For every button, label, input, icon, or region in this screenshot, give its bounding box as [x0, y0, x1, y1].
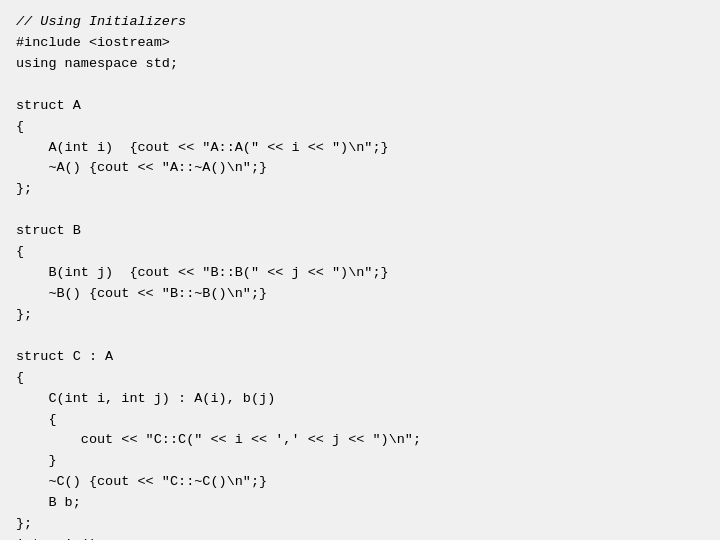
line-13: B(int j) {cout << "B::B(" << j << ")\n";…: [16, 265, 389, 280]
line-2: #include <iostream>: [16, 35, 170, 50]
line-15: };: [16, 307, 32, 322]
line-25: };: [16, 516, 32, 531]
line-7: A(int i) {cout << "A::A(" << i << ")\n";…: [16, 140, 389, 155]
line-11: struct B: [16, 223, 81, 238]
line-3: using namespace std;: [16, 56, 178, 71]
line-12: {: [16, 244, 24, 259]
line-17: struct C : A: [16, 349, 113, 364]
code-container: // Using Initializers #include <iostream…: [0, 0, 720, 540]
line-21: cout << "C::C(" << i << ',' << j << ")\n…: [16, 432, 421, 447]
line-23: ~C() {cout << "C::~C()\n";}: [16, 474, 267, 489]
line-5: struct A: [16, 98, 81, 113]
code-block: // Using Initializers #include <iostream…: [16, 12, 704, 540]
line-6: {: [16, 119, 24, 134]
line-19: C(int i, int j) : A(i), b(j): [16, 391, 275, 406]
line-9: };: [16, 181, 32, 196]
line-14: ~B() {cout << "B::~B()\n";}: [16, 286, 267, 301]
line-22: }: [16, 453, 57, 468]
line-20: {: [16, 412, 57, 427]
line-8: ~A() {cout << "A::~A()\n";}: [16, 160, 267, 175]
line-18: {: [16, 370, 24, 385]
line-1: // Using Initializers: [16, 14, 186, 29]
line-24: B b;: [16, 495, 81, 510]
